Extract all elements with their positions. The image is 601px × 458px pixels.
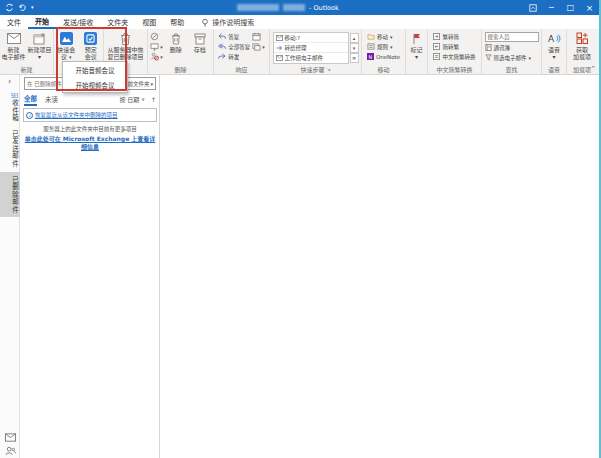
simp-to-trad-button[interactable]: 简转繁 [433,42,475,51]
addins-grid-icon [575,31,590,46]
menu-item-video-meeting[interactable]: 开始视频会议 [63,77,127,92]
recover-items-link[interactable]: 恢复最近从该文件夹中删除的项目 [35,111,118,119]
group-label-new: 新建 [0,65,53,74]
delete-button[interactable]: 删除 [165,31,187,54]
sort-direction-icon[interactable]: ↑ [151,96,156,103]
onenote-icon: N [367,53,374,60]
funnel-icon [485,54,492,61]
maximize-button[interactable]: □ [561,0,580,15]
cleanup-button[interactable]: ▾ [150,42,163,51]
forward-button[interactable]: 转发 [218,52,250,61]
rules-button[interactable]: 规则▾ [367,42,400,51]
dropdown-arrow-icon: ▾ [529,55,532,61]
trad-to-simp-button[interactable]: 繁转简 [433,32,475,41]
gallery-more-icon[interactable]: ≡ [350,53,359,63]
sort-by-dropdown[interactable]: 按 日期∨↑ [119,95,156,104]
ribbon-display-options-icon[interactable] [523,0,542,15]
quickstep-team-email[interactable]: 工作组电子邮件 [274,53,348,63]
group-label-respond: 响应 [214,65,269,74]
redacted-account-name [283,4,305,11]
gallery-down-icon[interactable]: ▾ [350,43,359,53]
more-respond-icon [252,43,261,51]
tab-help[interactable]: 帮助 [163,15,191,29]
group-label-find: 查找 [482,65,541,74]
group-chinese-conversion: 繁转简 简转繁 中文简繁转换 中文简繁转换 [428,29,482,74]
message-list-pane: 在 已删除邮件 中搜索 当前文件夹▾ 全部 未读 按 日期∨↑ i 恢复最近从该… [20,75,160,458]
tab-file[interactable]: 文件 [0,15,28,29]
recover-deleted-items-button[interactable]: 从服务器中恢 复已删除项目 [105,31,147,60]
sidebar-item-sent[interactable]: 已发送邮件 [0,126,20,172]
meeting-calendar-icon [252,32,261,41]
meet-now-icon [60,32,73,45]
tab-unread[interactable]: 未读 [45,94,58,105]
address-book-icon [485,44,492,51]
get-addins-button[interactable]: 获取 加载项 [568,31,596,60]
send-receive-icon[interactable] [5,3,14,12]
read-aloud-button[interactable]: A 语音 ▾ [543,31,566,60]
dropdown-arrow-icon: ▾ [150,81,153,87]
cleanup-icon [150,43,159,51]
onenote-button[interactable]: NOneNote [367,52,400,61]
sidebar-item-inbox[interactable]: 583收件箱 [0,89,20,126]
tab-home[interactable]: 开始 [28,15,56,29]
recover-items-banner[interactable]: i 恢复最近从该文件夹中删除的项目 [23,108,157,122]
move-button[interactable]: 移动▾ [367,32,400,41]
reply-all-button[interactable]: 全部答复 [218,42,250,51]
people-module-icon[interactable] [5,446,16,456]
group-move: 移动▾ 规则▾ NOneNote 移动 [362,29,406,74]
tab-all[interactable]: 全部 [24,93,37,106]
title-bar: ▾ - Outlook ─ □ × [0,0,599,15]
quickstep-move-to[interactable]: 移动:? [274,33,348,43]
quickstep-to-manager[interactable]: 转给经理 [274,43,348,53]
sidebar-item-deleted[interactable]: 已删除邮件 [0,172,20,218]
address-book-button[interactable]: 通讯簿 [485,43,539,52]
dropdown-arrow-icon: ▾ [38,54,41,61]
trash-icon [168,31,183,46]
group-quicksteps: 移动:? 转给经理 工作组电子邮件 ▴ ▾ ≡ 快速步骤↘ [270,29,362,74]
tab-send-receive[interactable]: 发送/接收 [56,15,100,29]
qat-customize-arrow-icon[interactable]: ▾ [31,5,34,10]
new-items-button[interactable]: 新建项目 ▾ [27,31,53,60]
close-button[interactable]: × [580,0,599,15]
filter-email-button[interactable]: 筛选电子邮件▾ [485,53,539,62]
svg-text:A: A [548,34,555,44]
reply-button[interactable]: 答复 [218,32,250,41]
group-label-quicksteps: 快速步骤 [300,65,324,74]
calendar-check-icon [84,32,97,45]
quick-meeting-button[interactable]: 快速会 议 ▾ [54,31,79,60]
junk-button[interactable]: ▾ [150,52,163,61]
minimize-button[interactable]: ─ [542,0,561,15]
group-tags: 标记 ▾ [406,29,428,74]
group-speech: A 语音 ▾ 语音 [542,29,567,74]
dialog-launcher-icon[interactable]: ↘ [326,65,330,74]
tab-folder[interactable]: 文件夹 [100,15,135,29]
expand-folder-pane-icon[interactable]: › [8,75,11,89]
ignore-icon [150,32,159,41]
new-items-icon [32,31,47,46]
convert-icon [433,33,440,40]
dropdown-arrow-icon: ▾ [160,44,163,50]
tell-me-search[interactable]: 操作说明搜索 [201,17,254,27]
new-email-button[interactable]: 新建 电子邮件 [1,31,27,60]
exchange-details-link[interactable]: 单击此处可在 Microsoft Exchange 上查看详细信息 [24,135,156,151]
chinese-conversion-button[interactable]: 中文简繁转换 [433,52,475,61]
more-respond-button[interactable]: ▾ [252,42,265,51]
menu-item-audio-meeting[interactable]: 开始音频会议 [63,62,127,77]
gallery-spinner: ▴ ▾ ≡ [350,33,359,63]
archive-button[interactable]: 存档 [189,31,211,54]
mail-module-icon[interactable] [5,433,16,442]
schedule-meeting-button[interactable]: 预定 会议 [79,31,104,60]
follow-up-flag-button[interactable]: 标记 ▾ [407,31,427,60]
tab-view[interactable]: 视图 [135,15,163,29]
meeting-reply-button[interactable] [252,32,265,41]
group-label-move: 移动 [362,65,405,74]
search-people-input[interactable]: 搜索人员 [485,32,539,42]
ignore-button[interactable] [150,32,163,41]
quick-access-toolbar: ▾ [0,3,34,12]
team-mail-icon [276,55,283,61]
undo-icon[interactable] [18,3,27,12]
group-new: 新建 电子邮件 新建项目 ▾ 新建 [0,29,54,74]
dropdown-arrow-icon: ▾ [160,54,163,60]
gallery-up-icon[interactable]: ▴ [350,33,359,43]
collapse-ribbon-icon[interactable]: ⌃ [590,65,596,73]
